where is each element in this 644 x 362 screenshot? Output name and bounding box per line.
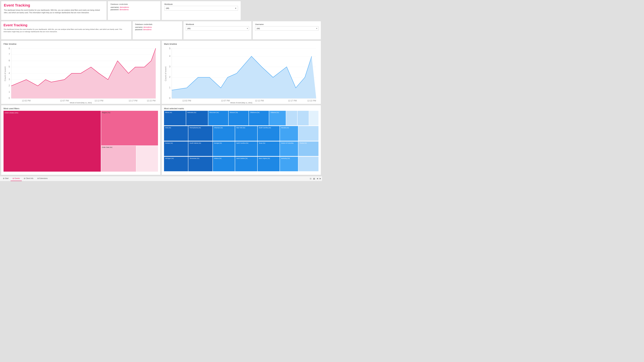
svg-text:5: 5 [169, 47, 170, 50]
workbook-card: Workbook (All) ▼ [183, 21, 252, 39]
mark-timeline-xlabel: Minute of event [May 11, 2021] [164, 102, 318, 104]
mark-northcarolina: North Carolina (3x) [235, 141, 257, 156]
mark-nevada: Nevada (2x) [280, 126, 298, 141]
workbook-dropdown-wrapper[interactable]: (All) ▼ [186, 26, 249, 31]
marks-row-3: Kansas (4x) South Dakota (4x) Georgia (3… [164, 141, 318, 156]
mark-texas: Texas (3x) [258, 141, 280, 156]
svg-text:1: 1 [8, 90, 10, 93]
tab-events[interactable]: ⊞ Events [10, 176, 22, 181]
treemap-action-state: Action (State) (26x) [4, 111, 101, 172]
svg-text:Count of event: Count of event [4, 66, 6, 81]
db-cred-title: Database credentials [135, 23, 180, 25]
username-card: Username (All) ▼ [252, 21, 321, 39]
mark-newyork: New York (3x) [235, 126, 257, 141]
most-selected-marks-card: Most selected marks Illinois (4x) Nebras… [162, 105, 321, 175]
mark-westvirginia: West Virginia (3x) [258, 157, 280, 171]
tab-extensions-label: Extensions [40, 177, 48, 179]
filters-treemap: Action (State) (26x) Region (7x) Order D… [4, 111, 158, 172]
svg-text:0: 0 [169, 96, 170, 99]
marks-row-2: Iowa (4x) Pennsylvania (4x) Arkansas (3x… [164, 126, 318, 141]
svg-text:3: 3 [169, 65, 170, 68]
tab-start-icon: ⊞ [3, 177, 4, 179]
treemap-bottom-row: Order Date (4x) [101, 146, 158, 172]
most-selected-marks-title: Most selected marks [164, 107, 318, 110]
svg-text:Count of event: Count of event [164, 66, 167, 81]
treemap-right: Region (7x) Order Date (4x) [101, 111, 158, 172]
workbook-dropdown-label: Workbook [186, 23, 249, 25]
mark-georgia: Georgia (3x) [213, 141, 235, 156]
tab-client-info[interactable]: ⊞ Client Info [22, 176, 36, 181]
marks-row-4: Michigan (4x) Tennessee (4x) Indiana (3x… [164, 157, 318, 171]
mark-extra2 [298, 111, 309, 125]
svg-text:7: 7 [8, 53, 10, 56]
tab-client-info-label: Client Info [26, 177, 33, 179]
svg-text:2: 2 [8, 84, 10, 87]
svg-text:4: 4 [8, 71, 10, 74]
svg-text:12:22 PM: 12:22 PM [307, 99, 316, 101]
filter-timeline-card: Filter timeline 0 1 2 3 4 5 6 7 8 Count … [1, 40, 160, 104]
db-password-label: password: [110, 8, 119, 10]
mark-southcarolina: South Carolina (3x) [258, 126, 280, 141]
page-wrapper: Event Tracking This dashboard shows the … [0, 20, 322, 176]
mark-extra1 [286, 111, 297, 125]
mark-nebraska: Nebraska (4x) [186, 111, 208, 125]
mark-missouri: Missouri (3x) [228, 111, 248, 125]
svg-text:1: 1 [169, 86, 170, 89]
workbook-select[interactable]: (All) [186, 26, 249, 31]
header-row: Event Tracking This dashboard shows the … [0, 0, 322, 20]
mark-florida: Florida (2x) [298, 141, 318, 156]
mark-northdakota: North Dakota (3x) [235, 157, 257, 171]
svg-text:6: 6 [8, 59, 10, 62]
db-username-row: username: demodemo [110, 6, 158, 8]
mark-oklahoma: Oklahoma (3x) [249, 111, 269, 125]
tab-start[interactable]: ⊞ Start [1, 176, 10, 181]
treemap-extra [136, 146, 158, 172]
db-username-line: username: demodemo [135, 26, 180, 28]
workbook-select[interactable]: (All) [164, 6, 238, 10]
svg-text:12:17 PM: 12:17 PM [129, 99, 137, 101]
event-tracking-card: Event Tracking This dashboard shows the … [1, 1, 107, 20]
tab-client-info-icon: ⊞ [24, 177, 25, 179]
mark-illinois: Illinois (4x) [164, 111, 186, 125]
svg-text:12:12 PM: 12:12 PM [94, 99, 103, 101]
treemap-region: Region (7x) [101, 111, 158, 145]
filter-timeline-svg: 0 1 2 3 4 5 6 7 8 Count of event [4, 46, 158, 101]
tab-start-label: Start [5, 177, 8, 179]
db-username-value: demodemo [120, 6, 129, 8]
mark-dc: District of Columbia [280, 141, 298, 156]
mark-arkansas: Arkansas (3x) [213, 126, 235, 141]
db-credentials-card: Database credentials username: demodemo … [132, 21, 182, 39]
marks-grid: Illinois (4x) Nebraska (4x) Wisconsin (4… [164, 111, 318, 172]
page-description: This dashboard shows the event timeline … [4, 9, 104, 14]
mark-extra5 [298, 157, 318, 171]
db-label: Database credentials [110, 3, 158, 5]
treemap-order-date: Order Date (4x) [101, 146, 136, 172]
mark-kentucky: Kentucky (2x) [280, 157, 298, 171]
workbook-card: Workbook (All) ▼ [162, 1, 241, 20]
mark-iowa: Iowa (4x) [164, 126, 188, 141]
mark-extra4 [298, 126, 318, 141]
username-dropdown-wrapper[interactable]: (All) ▼ [255, 26, 318, 31]
most-used-filters-title: Most used filters [4, 107, 158, 110]
mark-southdakota: South Dakota (4x) [188, 141, 212, 156]
mark-alabama: Alabama (2x) [269, 111, 286, 125]
tabs-right-controls: ⊟ ▦ ◀ ▶ [310, 176, 321, 181]
mark-pennsylvania: Pennsylvania (4x) [188, 126, 212, 141]
page-title: Event Tracking [4, 23, 129, 27]
chevron-left-icon[interactable]: ◀ [317, 177, 318, 180]
tile-view-icon[interactable]: ▦ [313, 177, 315, 180]
username-select[interactable]: (All) [255, 26, 318, 31]
chevron-right-icon[interactable]: ▶ [320, 177, 321, 180]
svg-text:12:12 PM: 12:12 PM [255, 99, 264, 101]
tab-events-label: Events [14, 177, 20, 179]
svg-text:8: 8 [8, 47, 10, 50]
svg-text:12:07 PM: 12:07 PM [60, 99, 69, 101]
db-password-label: password: [135, 29, 143, 30]
mid-section: Filter timeline 0 1 2 3 4 5 6 7 8 Count … [1, 40, 321, 104]
grid-view-icon[interactable]: ⊟ [310, 177, 312, 180]
page-title: Event Tracking [4, 3, 104, 7]
svg-text:12:22 PM: 12:22 PM [147, 99, 156, 101]
tab-extensions[interactable]: ⊞ Extensions [36, 176, 50, 181]
db-password-value: demodemo [143, 29, 152, 30]
db-password-row: password: demodemo [110, 8, 158, 10]
